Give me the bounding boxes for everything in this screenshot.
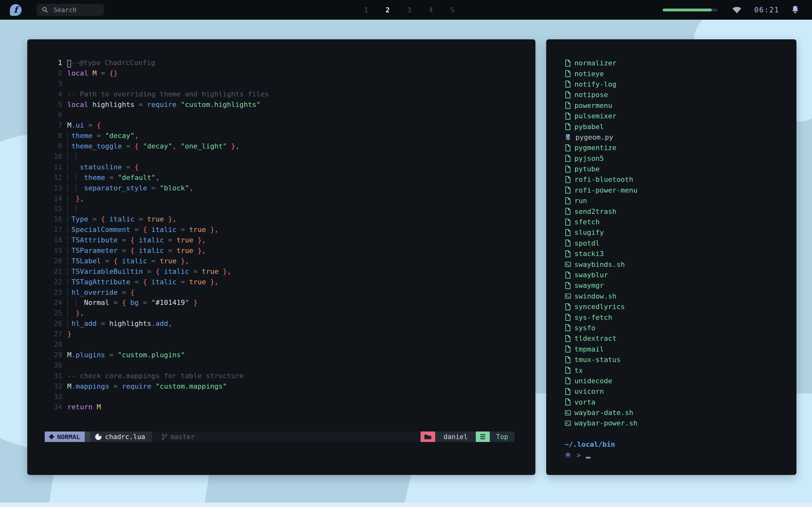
file-icon [565, 165, 572, 173]
file-row: sysfo [565, 323, 797, 333]
line-number: 5 [27, 100, 62, 110]
file-name: waybar-power.sh [574, 419, 637, 427]
line-text: ▏ ▏ [67, 204, 80, 214]
file-row: notify-log [565, 79, 797, 90]
terminal-prompt[interactable]: ✳ > [565, 450, 797, 460]
prompt-chevron: > [577, 451, 581, 459]
file-row: pygeom.py [565, 132, 797, 143]
blank-line [565, 429, 797, 439]
file-row: pybabel [565, 121, 797, 132]
statusline-git: master [161, 433, 195, 441]
file-name: send2trash [574, 208, 616, 215]
line-number: 18 [27, 235, 62, 245]
line-text: ▏ ▏ theme = "default", [67, 173, 160, 183]
file-name: swayblur [574, 271, 608, 279]
file-row: notieye [565, 68, 797, 79]
file-row: run [565, 195, 797, 206]
code-line: 34return M [27, 402, 536, 412]
file-row: rofi-bluetooth [565, 174, 797, 185]
line-number: 28 [27, 339, 62, 350]
code-line: 11▏ statusline = { [27, 162, 536, 173]
terminal-window[interactable]: normalizernotieyenotify-lognotiposepower… [546, 39, 797, 475]
line-number: 13 [27, 183, 62, 193]
workspace-4[interactable]: 4 [427, 6, 435, 14]
statusline-position: Top [490, 432, 514, 442]
file-icon [565, 112, 572, 120]
search-input[interactable] [53, 6, 102, 14]
file-icon [565, 303, 572, 311]
code-line: 15▏ ▏ [27, 204, 536, 214]
volume-slider[interactable] [663, 9, 717, 11]
line-text: ▏TSLabel = { italic = true }, [67, 256, 189, 267]
workspace-3[interactable]: 3 [405, 6, 413, 14]
file-name-label: chadrc.lua [105, 433, 145, 441]
code-line: 33 [27, 392, 536, 402]
file-icon [565, 324, 572, 332]
file-icon [565, 80, 572, 88]
file-row: sfetch [565, 217, 797, 227]
line-text: ▏ }, [67, 193, 84, 204]
workspace-switcher: 12345 [362, 0, 456, 20]
workspace-1[interactable]: 1 [362, 6, 370, 14]
line-text: ▏Type = { italic = true }, [67, 214, 176, 225]
file-name: tmux-status [574, 356, 621, 363]
file-row: swayblur [565, 270, 797, 280]
git-branch-icon [161, 433, 168, 441]
file-name: notify-log [574, 80, 616, 88]
code-line: 3 [27, 79, 536, 89]
file-icon [565, 186, 572, 194]
line-number: 21 [27, 267, 62, 277]
line-number: 1 [27, 58, 62, 68]
code-line: 12▏ ▏ theme = "default", [27, 173, 536, 183]
line-number: 2 [27, 68, 62, 79]
script-icon [565, 409, 572, 416]
fedora-logo-icon[interactable]: f [10, 4, 21, 16]
workspace-5[interactable]: 5 [448, 6, 456, 14]
file-icon [565, 218, 572, 226]
file-name: unidecode [574, 377, 612, 385]
line-text: ▏TSAttribute = { italic = true }, [67, 235, 206, 245]
line-number: 14 [27, 193, 62, 204]
line-number: 32 [27, 381, 62, 392]
code-line: 9▏theme_toggle = { "decay", "one_light" … [27, 141, 536, 152]
line-text: ▏ ▏ Normal = { bg = "#101419" } [67, 298, 198, 308]
search-icon [42, 6, 49, 13]
code-line: 27} [27, 329, 536, 339]
file-row: pygmentize [565, 143, 797, 153]
line-number: 27 [27, 329, 62, 339]
code-line: 29M.plugins = "custom.plugins" [27, 350, 536, 360]
line-text: return M [67, 402, 101, 412]
line-number: 9 [27, 141, 62, 152]
code-line: 13▏ ▏ separator_style = "block", [27, 183, 536, 193]
wifi-icon[interactable] [732, 6, 742, 14]
file-icon [565, 197, 572, 205]
file-row: swaymgr [565, 280, 797, 291]
file-icon [565, 123, 572, 130]
statusline-separator [85, 432, 90, 442]
file-row: spotdl [565, 238, 797, 248]
line-number: 8 [27, 131, 62, 141]
code-line: 18▏TSAttribute = { italic = true }, [27, 235, 536, 245]
line-text: M.mappings = require "custom.mappings" [67, 381, 227, 392]
editor-window[interactable]: 1---@type ChadrcConfig2local M = {}34-- … [27, 39, 536, 475]
bell-icon[interactable] [791, 5, 799, 14]
file-icon [565, 377, 572, 385]
file-name: pygeom.py [575, 133, 613, 141]
file-row: pytube [565, 164, 797, 174]
mode-label: NORMAL [57, 433, 80, 441]
search-box[interactable] [37, 4, 104, 16]
statusline-position-segment: ☰ [476, 432, 490, 442]
file-row: waybar-power.sh [565, 418, 797, 428]
code-line: 21▏TSVariableBuiltin = { italic = true }… [27, 267, 536, 277]
file-icon [565, 345, 572, 353]
clock: 06:21 [754, 6, 779, 14]
file-row: pyjson5 [565, 153, 797, 164]
line-number: 16 [27, 214, 62, 225]
line-number: 25 [27, 308, 62, 319]
code-area[interactable]: 1---@type ChadrcConfig2local M = {}34-- … [27, 39, 536, 412]
file-icon [565, 356, 572, 363]
line-number: 11 [27, 162, 62, 173]
line-number: 7 [27, 120, 62, 131]
workspace-2[interactable]: 2 [383, 6, 392, 14]
code-line: 25▏ }, [27, 308, 536, 319]
